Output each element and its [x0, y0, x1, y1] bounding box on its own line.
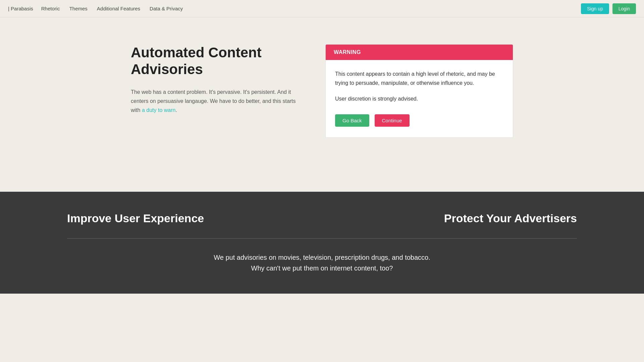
nav-link-rhetoric[interactable]: Rhetoric — [41, 6, 60, 11]
continue-button[interactable]: Continue — [375, 114, 410, 127]
discretion-text: User discretion is strongly advised. — [335, 94, 503, 103]
warning-header: WARNING — [326, 45, 513, 60]
nav-link-themes[interactable]: Themes — [69, 6, 88, 11]
navbar: | Parabasis Rhetoric Themes Additional F… — [0, 0, 644, 17]
warning-body: This content appears to contain a high l… — [326, 60, 513, 137]
warning-actions: Go Back Continue — [335, 114, 503, 127]
intro-paragraph: The web has a content problem. It's perv… — [131, 87, 305, 115]
nav-actions: Sign up Login — [581, 3, 636, 14]
footer-top: Improve User Experience Protect Your Adv… — [67, 212, 577, 225]
page-title: Automated Content Advisories — [131, 44, 305, 78]
footer-protect-heading: Protect Your Advertisers — [444, 212, 577, 225]
go-back-button[interactable]: Go Back — [335, 114, 369, 127]
nav-link-data-privacy[interactable]: Data & Privacy — [150, 6, 183, 11]
main-section: Automated Content Advisories The web has… — [0, 17, 644, 192]
left-content: Automated Content Advisories The web has… — [131, 44, 305, 115]
footer-divider — [67, 238, 577, 239]
warning-box: WARNING This content appears to contain … — [325, 44, 513, 138]
footer-section: Improve User Experience Protect Your Adv… — [0, 192, 644, 294]
footer-improve-heading: Improve User Experience — [67, 212, 204, 225]
nav-link-additional-features[interactable]: Additional Features — [97, 6, 140, 11]
footer-body: We put advisories on movies, television,… — [67, 252, 577, 294]
intro-text-after: . — [175, 107, 177, 113]
nav-brand[interactable]: | Parabasis — [8, 6, 33, 11]
signup-button[interactable]: Sign up — [581, 3, 609, 14]
login-button[interactable]: Login — [612, 3, 636, 14]
duty-to-warn-link[interactable]: a duty to warn — [142, 107, 176, 113]
warning-text: This content appears to contain a high l… — [335, 69, 503, 87]
footer-body-text: We put advisories on movies, television,… — [211, 252, 433, 274]
